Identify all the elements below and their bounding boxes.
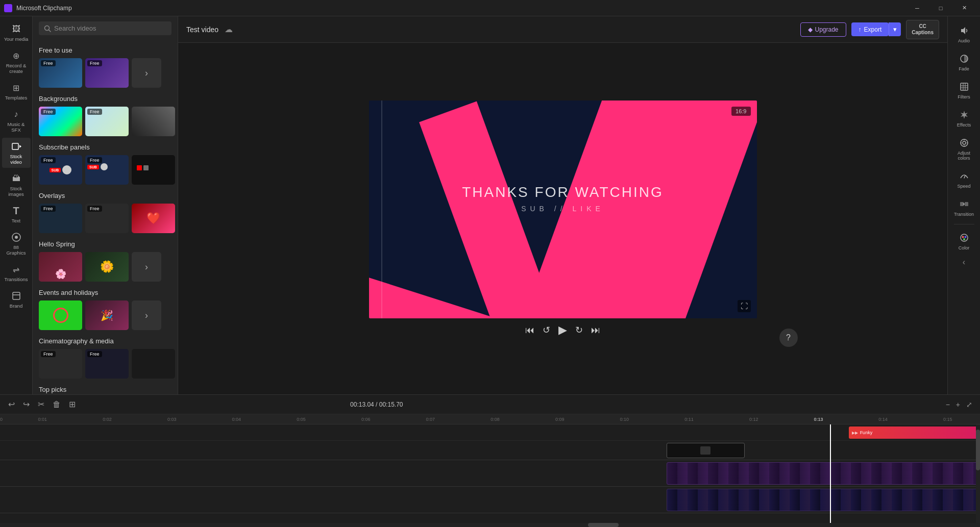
thumb-more-spring[interactable]: › <box>132 252 161 282</box>
fullscreen-button[interactable]: ⛶ <box>738 300 751 312</box>
add-media-button[interactable]: ⊞ <box>67 397 78 411</box>
thumb-cinema-2[interactable]: Free <box>85 349 129 379</box>
effects-icon <box>958 109 970 121</box>
thumb-cinema-3[interactable] <box>132 349 175 379</box>
export-dropdown-button[interactable]: ▾ <box>889 22 901 36</box>
filters-icon <box>958 81 970 93</box>
top-bar: Test video ☁ ◆ Upgrade ↑ Export ▾ CCCapt… <box>178 16 947 43</box>
search-icon <box>44 25 51 32</box>
thumb-sub-3[interactable] <box>132 155 175 185</box>
stock-images-icon: 🏔 <box>11 173 22 184</box>
video-clip-1[interactable] <box>667 462 980 485</box>
thumb-overlay-2[interactable]: Free <box>85 204 129 233</box>
rewind-button[interactable]: ↺ <box>543 324 550 336</box>
black-clip[interactable] <box>667 443 745 458</box>
thumb-overlay-1[interactable]: Free <box>39 204 82 233</box>
help-button[interactable]: ? <box>779 329 798 347</box>
thumb-sub-2[interactable]: Free SUB <box>85 155 129 185</box>
ruler-marks: 0 0:01 0:02 0:03 0:04 0:05 0:06 0:07 0:0… <box>0 414 980 424</box>
forward-button[interactable]: ↻ <box>575 324 583 336</box>
section-events-title: Events and holidays <box>39 289 172 296</box>
speed-icon <box>958 170 970 182</box>
rs-effects[interactable]: Effects <box>950 105 978 132</box>
free-badge: Free <box>87 351 102 357</box>
svg-rect-0 <box>12 143 18 149</box>
free-badge: Free <box>41 109 56 115</box>
h-scrollbar-thumb[interactable] <box>588 523 619 527</box>
captions-button[interactable]: CCCaptions <box>906 20 939 39</box>
play-pause-button[interactable]: ▶ <box>558 323 567 337</box>
sidebar-item-transitions[interactable]: ⇌ Transitions <box>2 261 31 285</box>
app-title: Microsoft Clipchamp <box>16 5 72 12</box>
minimize-button[interactable]: ─ <box>905 0 929 16</box>
brand-icon <box>11 290 22 302</box>
thumb-more-free[interactable]: › <box>132 58 161 88</box>
thumb-free-2[interactable]: Free <box>85 58 129 88</box>
sidebar-item-text[interactable]: T Text <box>2 202 31 227</box>
black-clip-icon <box>700 446 710 455</box>
text-icon: T <box>11 205 22 216</box>
thumb-bg-3[interactable] <box>132 107 175 136</box>
search-input[interactable] <box>54 24 166 32</box>
svg-marker-8 <box>961 27 965 34</box>
cloud-icon[interactable]: ☁ <box>225 24 233 34</box>
thumb-spring-2[interactable]: 🌼 <box>85 252 129 282</box>
thumb-free-1[interactable]: Free <box>39 58 82 88</box>
rs-filters[interactable]: Filters <box>950 77 978 104</box>
sidebar-item-templates[interactable]: ⊞ Templates <box>2 79 31 104</box>
zoom-out-button[interactable]: − <box>944 399 951 410</box>
app-body: 🖼 Your media ⊕ Record &create ⊞ Template… <box>0 16 980 394</box>
rs-speed[interactable]: Speed <box>950 166 978 193</box>
thumb-sub-1[interactable]: Free SUB <box>39 155 82 185</box>
sidebar-item-stock-images[interactable]: 🏔 Stockimages <box>2 170 31 200</box>
delete-button[interactable]: 🗑 <box>51 398 63 411</box>
color-icon <box>958 232 970 244</box>
zoom-fit-button[interactable]: ⤢ <box>965 399 974 410</box>
left-sidebar: 🖼 Your media ⊕ Record &create ⊞ Template… <box>0 16 33 394</box>
video-clip-2[interactable] <box>667 489 980 511</box>
funky-clip[interactable]: Funky <box>849 426 979 439</box>
thumb-more-events[interactable]: › <box>132 300 161 330</box>
sidebar-item-music-sfx[interactable]: ♪ Music & SFX <box>2 106 31 136</box>
redo-button[interactable]: ↪ <box>21 397 32 411</box>
horizontal-scrollbar[interactable] <box>0 523 980 527</box>
thumb-spring-1[interactable]: 🌸 <box>39 252 82 282</box>
skip-forward-button[interactable]: ⏭ <box>591 325 600 336</box>
thumb-bg-1[interactable]: Free <box>39 107 82 136</box>
undo-button[interactable]: ↩ <box>6 397 17 411</box>
skip-back-button[interactable]: ⏮ <box>525 325 534 336</box>
section-events-thumbs: 🎉 › <box>39 300 172 330</box>
fade-icon <box>958 53 970 65</box>
rs-fade[interactable]: Fade <box>950 48 978 76</box>
thumb-cinema-1[interactable]: Free <box>39 349 82 379</box>
scrollbar-thumb[interactable] <box>976 430 980 470</box>
sidebar-collapse-button[interactable]: ‹ <box>961 256 967 269</box>
rs-color[interactable]: Color <box>950 228 978 255</box>
close-button[interactable]: ✕ <box>952 0 976 16</box>
rs-audio[interactable]: Audio <box>950 20 978 47</box>
zoom-in-button[interactable]: + <box>954 399 962 410</box>
thumb-overlay-3[interactable]: ❤️ <box>132 204 175 233</box>
canvas-playhead-line <box>381 101 382 318</box>
sidebar-item-graphics[interactable]: 88 Graphics <box>2 229 31 259</box>
svg-point-27 <box>963 238 965 240</box>
section-backgrounds-title: Backgrounds <box>39 95 172 103</box>
upgrade-button[interactable]: ◆ Upgrade <box>800 22 846 37</box>
sidebar-item-your-media[interactable]: 🖼 Your media <box>2 20 31 45</box>
vertical-scrollbar[interactable] <box>976 424 980 523</box>
sidebar-item-record-create[interactable]: ⊕ Record &create <box>2 47 31 77</box>
thumb-event-2[interactable]: 🎉 <box>85 300 129 330</box>
tracks-area: Funky <box>0 424 980 523</box>
bottom-area: ↩ ↪ ✂ 🗑 ⊞ 00:13.04 / 00:15.70 − + ⤢ 0 0:… <box>0 394 980 527</box>
svg-marker-1 <box>19 145 21 148</box>
export-button[interactable]: ↑ Export <box>851 22 889 36</box>
split-button[interactable]: ✂ <box>36 397 46 411</box>
thumb-bg-2[interactable]: Free <box>85 107 129 136</box>
thumb-event-1[interactable] <box>39 300 82 330</box>
maximize-button[interactable]: □ <box>929 0 952 16</box>
sidebar-item-brand[interactable]: Brand <box>2 287 31 312</box>
rs-transition[interactable]: Transition <box>950 194 978 221</box>
rs-adjust-colors[interactable]: Adjustcolors <box>950 133 978 165</box>
sidebar-item-stock-video[interactable]: Stock video <box>2 138 31 168</box>
audio-track: Funky <box>0 424 980 441</box>
